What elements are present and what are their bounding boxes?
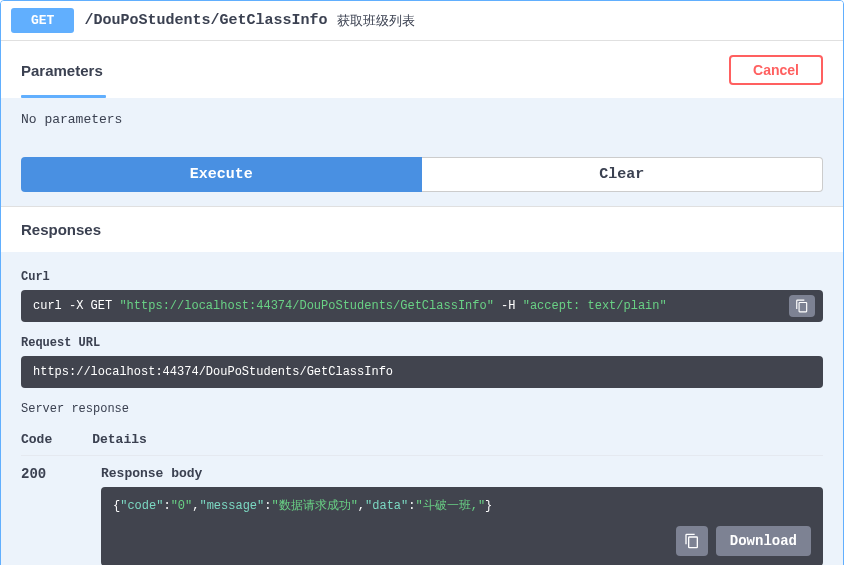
rb-brace-close: } bbox=[485, 499, 492, 513]
server-response-label: Server response bbox=[21, 402, 823, 416]
copy-response-button[interactable] bbox=[676, 526, 708, 556]
clear-button[interactable]: Clear bbox=[422, 157, 824, 192]
clipboard-icon bbox=[795, 299, 809, 313]
status-code: 200 bbox=[21, 466, 61, 482]
execute-button[interactable]: Execute bbox=[21, 157, 422, 192]
parameters-title: Parameters bbox=[21, 62, 103, 79]
response-body-label: Response body bbox=[101, 466, 823, 481]
details-column-header: Details bbox=[92, 432, 147, 447]
rb-key-data: "data" bbox=[365, 499, 408, 513]
curl-prefix: curl -X GET bbox=[33, 299, 119, 313]
no-parameters-text: No parameters bbox=[21, 112, 823, 147]
copy-curl-button[interactable] bbox=[789, 295, 815, 317]
rb-key-message: "message" bbox=[199, 499, 264, 513]
endpoint-path: /DouPoStudents/GetClassInfo bbox=[84, 12, 327, 29]
endpoint-summary: 获取班级列表 bbox=[337, 12, 415, 30]
parameters-section: Parameters Cancel bbox=[1, 41, 843, 98]
download-button[interactable]: Download bbox=[716, 526, 811, 556]
request-url-block: https://localhost:44374/DouPoStudents/Ge… bbox=[21, 356, 823, 388]
curl-label: Curl bbox=[21, 270, 823, 284]
responses-header: Responses bbox=[1, 207, 843, 252]
cancel-button[interactable]: Cancel bbox=[729, 55, 823, 85]
curl-header: "accept: text/plain" bbox=[523, 299, 667, 313]
curl-mid: -H bbox=[494, 299, 523, 313]
curl-command-block: curl -X GET "https://localhost:44374/Dou… bbox=[21, 290, 823, 322]
rb-val-data: "斗破一班," bbox=[415, 499, 485, 513]
responses-body: Curl curl -X GET "https://localhost:4437… bbox=[1, 252, 843, 565]
rb-val-code: "0" bbox=[171, 499, 193, 513]
response-body-block: {"code":"0","message":"数据请求成功","data":"斗… bbox=[101, 487, 823, 565]
parameters-body: No parameters Execute Clear bbox=[1, 98, 843, 206]
request-url-value: https://localhost:44374/DouPoStudents/Ge… bbox=[33, 365, 393, 379]
rb-val-message: "数据请求成功" bbox=[271, 499, 357, 513]
responses-title: Responses bbox=[21, 221, 101, 238]
request-url-label: Request URL bbox=[21, 336, 823, 350]
rb-comma2: , bbox=[358, 499, 365, 513]
operation-header[interactable]: GET /DouPoStudents/GetClassInfo 获取班级列表 bbox=[1, 1, 843, 41]
code-column-header: Code bbox=[21, 432, 52, 447]
clipboard-icon bbox=[684, 533, 700, 549]
http-method-badge: GET bbox=[11, 8, 74, 33]
rb-colon1: : bbox=[163, 499, 170, 513]
curl-url: "https://localhost:44374/DouPoStudents/G… bbox=[119, 299, 493, 313]
rb-key-code: "code" bbox=[120, 499, 163, 513]
api-operation-panel: GET /DouPoStudents/GetClassInfo 获取班级列表 P… bbox=[0, 0, 844, 565]
